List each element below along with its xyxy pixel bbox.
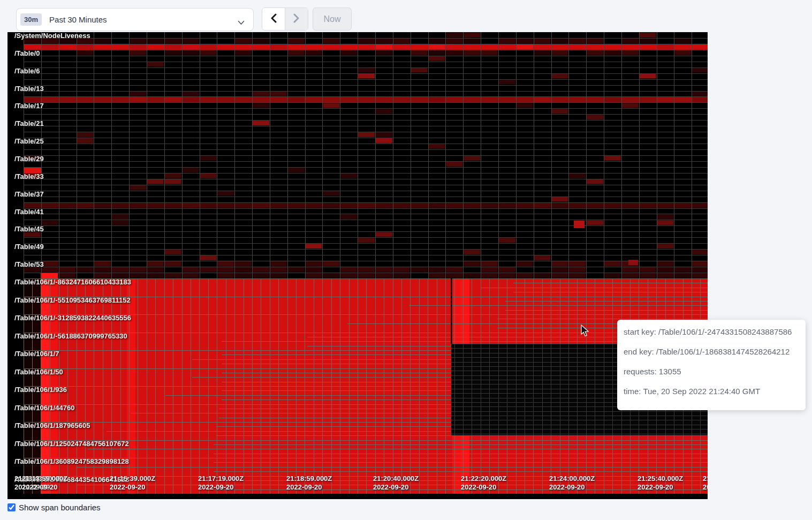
tooltip-start-key: start key: /Table/106/1/-247433150824388… bbox=[624, 328, 799, 336]
time-range-dropdown[interactable]: 30m Past 30 Minutes bbox=[16, 8, 254, 31]
span-tooltip: start key: /Table/106/1/-247433150824388… bbox=[617, 320, 806, 410]
chevron-right-icon bbox=[293, 13, 300, 25]
now-button[interactable]: Now bbox=[313, 7, 352, 31]
key-visualizer-heatmap[interactable] bbox=[7, 32, 708, 499]
key-visualizer-page: { "toolbar": { "range_badge": "30m", "ra… bbox=[0, 0, 812, 520]
chevron-down-icon bbox=[238, 18, 245, 27]
tooltip-requests: requests: 13055 bbox=[624, 367, 799, 376]
tooltip-time: time: Tue, 20 Sep 2022 21:24:40 GMT bbox=[624, 387, 799, 396]
time-nav-group bbox=[262, 7, 308, 31]
next-interval-button[interactable] bbox=[285, 8, 308, 30]
show-span-boundaries-label: Show span boundaries bbox=[19, 503, 101, 512]
previous-interval-button[interactable] bbox=[262, 8, 285, 30]
chevron-left-icon bbox=[270, 13, 277, 25]
time-range-badge: 30m bbox=[20, 13, 42, 26]
span-boundaries-row: Show span boundaries bbox=[7, 503, 101, 512]
now-button-label: Now bbox=[323, 14, 340, 24]
tooltip-end-key: end key: /Table/106/1/-18683814745282642… bbox=[624, 348, 799, 356]
show-span-boundaries-checkbox[interactable] bbox=[7, 503, 16, 511]
time-range-label: Past 30 Minutes bbox=[49, 15, 107, 24]
